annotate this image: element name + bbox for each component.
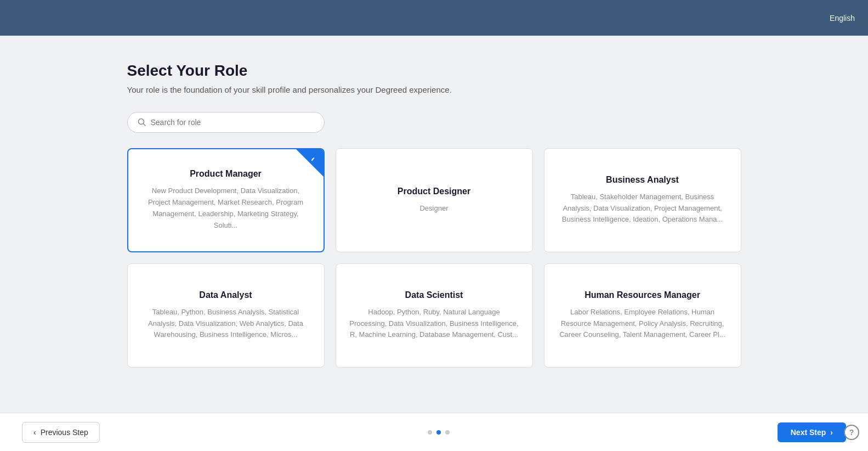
role-grid: Product ManagerNew Product Development, … [127,148,741,368]
role-skills-data-analyst: Tableau, Python, Business Analysis, Stat… [141,307,311,341]
role-card-data-analyst[interactable]: Data AnalystTableau, Python, Business An… [127,263,325,368]
top-navigation: English [0,0,868,36]
role-name-data-analyst: Data Analyst [199,290,252,300]
role-skills-data-scientist: Hadoop, Python, Ruby, Natural Language P… [349,307,519,341]
language-selector[interactable]: English [830,14,855,22]
selected-check-icon [296,149,324,177]
role-card-product-manager[interactable]: Product ManagerNew Product Development, … [127,148,325,252]
prev-btn-label: Previous Step [41,428,88,437]
role-card-business-analyst[interactable]: Business AnalystTableau, Stakeholder Man… [544,148,741,252]
pagination-dot-3 [445,430,450,435]
role-card-hr-manager[interactable]: Human Resources ManagerLabor Relations, … [544,263,741,368]
role-skills-business-analyst: Tableau, Stakeholder Management, Busines… [558,191,728,226]
role-card-product-designer[interactable]: Product DesignerDesigner [336,148,533,252]
next-btn-label: Next Step [791,428,826,437]
role-card-data-scientist[interactable]: Data ScientistHadoop, Python, Ruby, Natu… [336,263,533,368]
search-container [127,112,741,133]
role-skills-hr-manager: Labor Relations, Employee Relations, Hum… [558,307,728,341]
search-icon [138,118,146,127]
page-title: Select Your Role [127,62,741,80]
role-skills-product-designer: Designer [419,203,448,215]
page-subtitle: Your role is the foundation of your skil… [127,85,741,94]
chevron-right-icon: › [830,428,833,437]
pagination-dot-1 [428,430,432,435]
content-wrapper: Select Your Role Your role is the founda… [105,62,763,368]
next-step-button[interactable]: Next Step › [778,422,846,442]
bottom-bar: ‹ Previous Step Next Step › [0,413,868,451]
main-content: Select Your Role Your role is the founda… [0,36,868,451]
search-box[interactable] [127,112,325,133]
role-name-product-designer: Product Designer [398,187,470,196]
pagination-dot-2 [436,430,441,435]
help-button[interactable]: ? [844,425,859,440]
role-skills-product-manager: New Product Development, Data Visualizat… [141,185,310,231]
search-input[interactable] [151,118,314,127]
pagination-dots [428,430,450,435]
svg-line-1 [143,124,145,126]
role-name-data-scientist: Data Scientist [405,290,463,300]
previous-step-button[interactable]: ‹ Previous Step [22,422,100,443]
chevron-left-icon: ‹ [33,428,36,437]
role-name-product-manager: Product Manager [190,169,262,179]
role-name-hr-manager: Human Resources Manager [585,290,700,300]
role-name-business-analyst: Business Analyst [606,175,679,185]
